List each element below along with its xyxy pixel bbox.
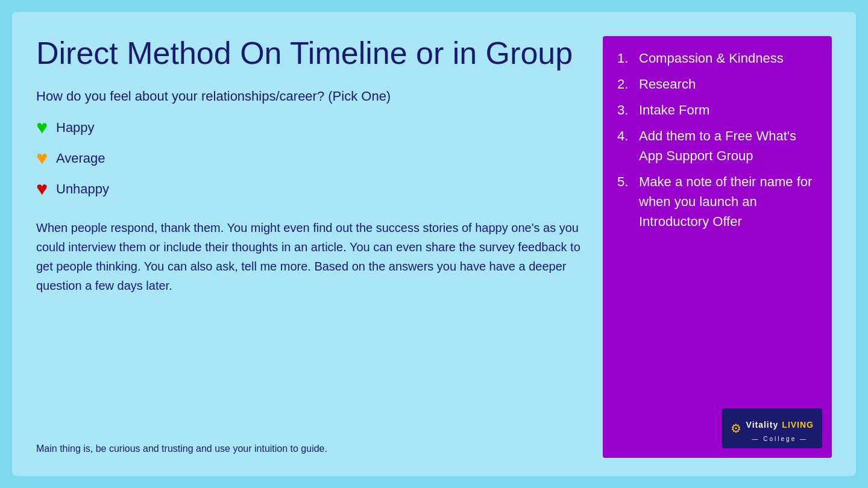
logo-college: — College — (746, 434, 814, 443)
logo-text-block: Vitality LIVING — College — (746, 413, 814, 443)
list-text-5: Make a note of their name for when you l… (639, 172, 817, 231)
left-content: Direct Method On Timeline or in Group Ho… (36, 36, 603, 458)
footer-text: Main thing is, be curious and trusting a… (36, 443, 530, 454)
logo-living: LIVING (782, 420, 814, 430)
right-panel: 1. Compassion & Kindness 2. Research 3. … (603, 36, 832, 458)
logo-icon: ⚙ (731, 419, 741, 437)
heart-red-icon: ♥ (36, 178, 48, 200)
list-item-5: 5. Make a note of their name for when yo… (617, 172, 817, 231)
option-unhappy: ♥ Unhappy (36, 178, 585, 200)
list-item-3: 3. Intake Form (617, 100, 817, 120)
option-unhappy-label: Unhappy (56, 181, 109, 197)
heart-green-icon: ♥ (36, 116, 48, 139)
list-number-2: 2. (617, 74, 639, 94)
list-text-2: Research (639, 74, 817, 94)
options-list: ♥ Happy ♥ Average ♥ Unhappy (36, 116, 585, 200)
list-text-1: Compassion & Kindness (639, 48, 817, 68)
list-number-5: 5. (617, 172, 639, 192)
option-average-label: Average (56, 151, 105, 166)
list-text-3: Intake Form (639, 100, 817, 120)
list-number-3: 3. (617, 100, 639, 120)
question-text: How do you feel about your relationships… (36, 89, 585, 104)
list-item-2: 2. Research (617, 74, 817, 94)
option-average: ♥ Average (36, 147, 585, 169)
option-happy-label: Happy (56, 120, 95, 136)
list-number-4: 4. (617, 126, 639, 146)
list-number-1: 1. (617, 48, 639, 68)
body-text: When people respond, thank them. You mig… (36, 218, 585, 295)
logo-area: ⚙ Vitality LIVING — College — (722, 408, 822, 448)
slide: Direct Method On Timeline or in Group Ho… (12, 12, 856, 476)
logo-vitality: Vitality (746, 420, 779, 430)
slide-title: Direct Method On Timeline or in Group (36, 36, 585, 70)
list-item-4: 4. Add them to a Free What's App Support… (617, 126, 817, 166)
list-text-4: Add them to a Free What's App Support Gr… (639, 126, 817, 166)
list-item-1: 1. Compassion & Kindness (617, 48, 817, 68)
heart-orange-icon: ♥ (36, 147, 48, 169)
option-happy: ♥ Happy (36, 116, 585, 139)
